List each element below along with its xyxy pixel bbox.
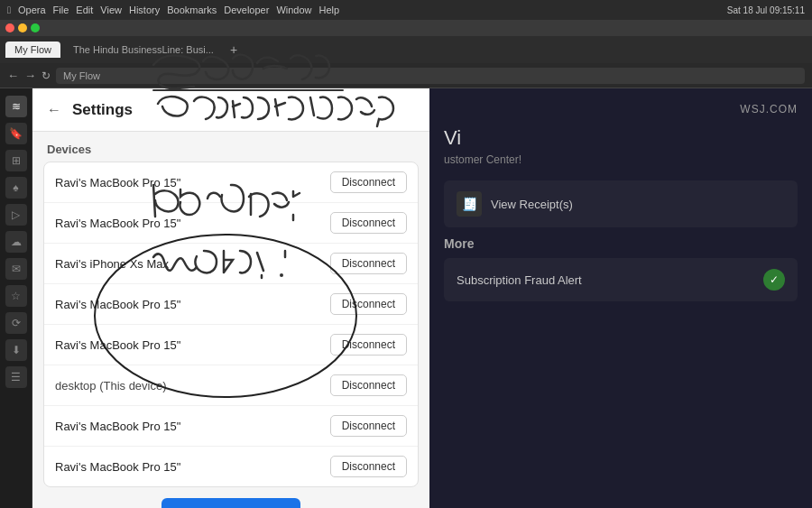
panel-header: ← Settings: [32, 88, 429, 132]
minimize-window-button[interactable]: [18, 23, 27, 32]
back-button[interactable]: ←: [47, 102, 61, 118]
disconnect-button[interactable]: Disconnect: [330, 212, 407, 234]
menu-bookmarks[interactable]: Bookmarks: [167, 5, 217, 15]
connect-phone-button[interactable]: Connect a phone: [161, 498, 301, 508]
wsj-view-receipt-card[interactable]: 🧾 View Receipt(s): [444, 180, 798, 227]
wsj-content: WSJ.COM Vi ustomer Center! 🧾 View Receip…: [429, 88, 812, 508]
wsj-title: Vi: [444, 126, 798, 150]
device-name: Ravi's MacBook Pro 15": [55, 176, 330, 189]
panel-content[interactable]: Devices Ravi's MacBook Pro 15" Disconnec…: [32, 132, 429, 508]
device-name: Ravi's MacBook Pro 15": [55, 217, 330, 230]
devices-section-label: Devices: [32, 132, 429, 162]
menu-view[interactable]: View: [100, 5, 122, 15]
device-row: Ravi's MacBook Pro 15" Disconnect: [44, 203, 418, 244]
menu-edit[interactable]: Edit: [76, 5, 93, 15]
device-list: Ravi's MacBook Pro 15" Disconnect Ravi's…: [43, 162, 419, 487]
device-name: Ravi's MacBook Pro 15": [55, 338, 330, 352]
device-row: Ravi's MacBook Pro 15" Disconnect: [44, 447, 418, 486]
wsj-more-label: More: [444, 236, 798, 251]
disconnect-button[interactable]: Disconnect: [330, 415, 407, 437]
wsj-logo: WSJ.COM: [740, 103, 798, 115]
device-row: desktop (This device) Disconnect: [44, 365, 418, 406]
new-tab-button[interactable]: +: [230, 42, 237, 57]
mac-topbar-left:  Opera File Edit View History Bookmarks…: [7, 5, 339, 15]
app-name[interactable]: Opera: [18, 5, 46, 15]
sidebar-icon-tabs[interactable]: ⊞: [5, 150, 27, 171]
reload-button[interactable]: ↻: [42, 69, 51, 82]
mac-topbar:  Opera File Edit View History Bookmarks…: [0, 0, 812, 20]
wsj-header: WSJ.COM: [444, 103, 798, 115]
sidebar-icon-sync[interactable]: ⟳: [5, 312, 27, 334]
tab-bar: My Flow The Hindu BusinessLine: Busi... …: [0, 36, 812, 63]
sub-fraud-label: Subscription Fraud Alert: [457, 273, 582, 287]
disconnect-button[interactable]: Disconnect: [330, 334, 407, 356]
tab-hindu[interactable]: The Hindu BusinessLine: Busi...: [64, 42, 223, 58]
browser-toolbar: ← → ↻ My Flow: [0, 63, 812, 88]
browser-window-controls: [0, 20, 812, 36]
device-row: Ravi's MacBook Pro 15" Disconnect: [44, 325, 418, 365]
device-row: Ravi's iPhone Xs Max Disconnect: [44, 244, 418, 284]
back-nav-button[interactable]: ←: [7, 69, 19, 82]
wsj-sub-fraud-card[interactable]: Subscription Fraud Alert ✓: [444, 258, 798, 301]
myflow-panel: ← Settings Devices Ravi's MacBook Pro 15…: [32, 88, 429, 508]
sidebar-icon-favorites[interactable]: ☆: [5, 285, 27, 307]
mac-topbar-right: Sat 18 Jul 09:15:11: [727, 5, 805, 15]
disconnect-button[interactable]: Disconnect: [330, 293, 407, 315]
menu-history[interactable]: History: [129, 5, 160, 15]
opera-sidebar: ≋ 🔖 ⊞ ♠ ▷ ☁ ✉ ☆ ⟳ ⬇ ☰: [0, 88, 32, 508]
device-row: Ravi's MacBook Pro 15" Disconnect: [44, 406, 418, 447]
sidebar-icon-mail[interactable]: ✉: [5, 258, 27, 280]
sidebar-icon-player[interactable]: ▷: [5, 204, 27, 226]
menu-file[interactable]: File: [53, 5, 69, 15]
forward-nav-button[interactable]: →: [24, 69, 36, 82]
address-text: My Flow: [63, 70, 100, 81]
sidebar-icon-history[interactable]: ♠: [5, 177, 27, 199]
device-name: Ravi's MacBook Pro 15": [55, 420, 330, 433]
menu-window[interactable]: Window: [276, 5, 311, 15]
close-window-button[interactable]: [5, 23, 14, 32]
system-time: Sat 18 Jul 09:15:11: [727, 5, 805, 15]
wsj-subtitle: ustomer Center!: [444, 153, 798, 166]
disconnect-button[interactable]: Disconnect: [330, 171, 407, 193]
disconnect-button[interactable]: Disconnect: [330, 456, 407, 477]
receipt-icon: 🧾: [457, 191, 482, 217]
menu-developer[interactable]: Developer: [224, 5, 269, 15]
sidebar-icon-flow[interactable]: ≋: [5, 96, 27, 117]
wsj-area: WSJ.COM Vi ustomer Center! 🧾 View Receip…: [429, 88, 812, 508]
device-row: Ravi's MacBook Pro 15" Disconnect: [44, 284, 418, 325]
device-name: Ravi's iPhone Xs Max: [55, 257, 330, 271]
disconnect-button[interactable]: Disconnect: [330, 253, 407, 274]
device-name: Ravi's MacBook Pro 15": [55, 460, 330, 474]
disconnect-button[interactable]: Disconnect: [330, 374, 407, 396]
apple-logo[interactable]: : [7, 5, 11, 15]
menu-help[interactable]: Help: [319, 5, 340, 15]
main-layout: ≋ 🔖 ⊞ ♠ ▷ ☁ ✉ ☆ ⟳ ⬇ ☰ ← Settings Devices…: [0, 88, 812, 508]
device-row: Ravi's MacBook Pro 15" Disconnect: [44, 162, 418, 203]
sub-shield-icon: ✓: [763, 269, 785, 291]
sidebar-icon-bookmarks[interactable]: 🔖: [5, 123, 27, 144]
view-receipt-label: View Receipt(s): [491, 198, 573, 211]
address-bar[interactable]: My Flow: [56, 68, 805, 84]
tab-myflow[interactable]: My Flow: [5, 42, 60, 58]
sidebar-icon-menu[interactable]: ☰: [5, 366, 27, 388]
device-name: desktop (This device): [55, 379, 330, 393]
maximize-window-button[interactable]: [31, 23, 40, 32]
device-name: Ravi's MacBook Pro 15": [55, 298, 330, 311]
panel-title: Settings: [72, 101, 133, 119]
sidebar-icon-cloud[interactable]: ☁: [5, 231, 27, 253]
sidebar-icon-download[interactable]: ⬇: [5, 339, 27, 361]
